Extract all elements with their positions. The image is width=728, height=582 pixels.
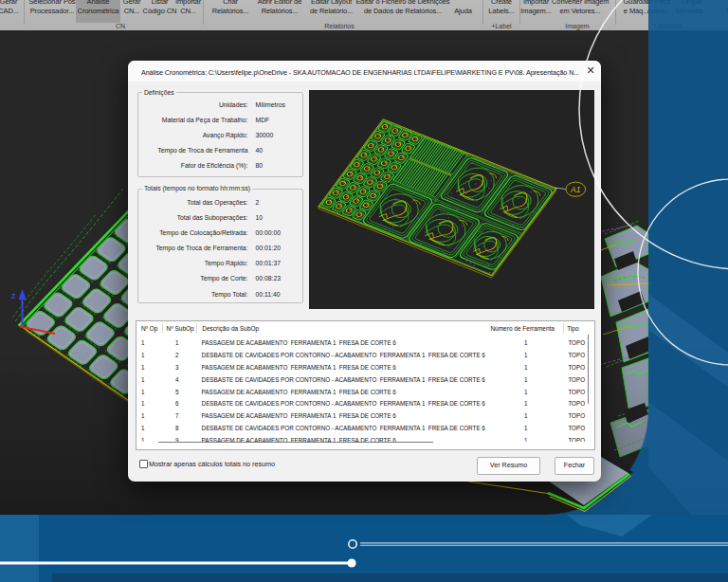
svg-text:z: z: [11, 291, 15, 300]
svg-text:A1: A1: [570, 185, 581, 194]
